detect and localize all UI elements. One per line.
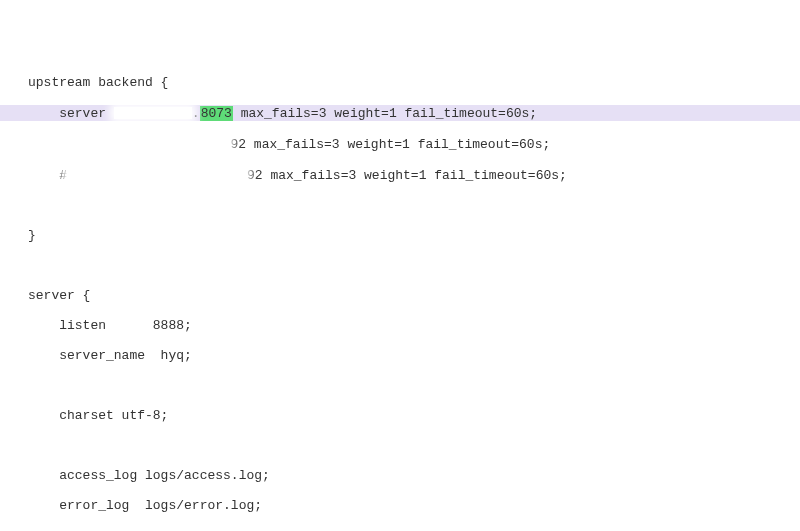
code-text: 92 max_fails=3 weight=1 fail_timeout=60s…: [247, 168, 567, 183]
code-text: charset utf-8;: [28, 408, 168, 423]
code-text: 92 max_fails=3 weight=1 fail_timeout=60s…: [230, 137, 550, 152]
code-line-highlighted: server .8073 max_fails=3 weight=1 fail_t…: [0, 105, 800, 121]
code-line: [0, 258, 800, 273]
redacted-region: [114, 107, 192, 119]
code-line: server_name hyq;: [0, 348, 800, 363]
code-line: listen 8888;: [0, 318, 800, 333]
code-text: access_log logs/access.log;: [28, 468, 270, 483]
code-text: upstream backend {: [28, 75, 168, 90]
redacted-region: [90, 138, 230, 150]
code-line: access_log logs/access.log;: [0, 468, 800, 483]
code-line: }: [0, 228, 800, 243]
code-text: .: [192, 106, 200, 121]
code-text: max_fails=3 weight=1 fail_timeout=60s;: [233, 106, 537, 121]
code-text: #: [28, 168, 67, 183]
redacted-region: [67, 169, 247, 181]
code-line: upstream backend {: [0, 75, 800, 90]
code-text: server_name hyq;: [28, 348, 192, 363]
code-text: listen 8888;: [28, 318, 192, 333]
code-text: error_log logs/error.log;: [28, 498, 262, 513]
code-line: [0, 438, 800, 453]
code-text: }: [28, 228, 36, 243]
code-text: server {: [28, 288, 90, 303]
search-match-highlight: 8073: [200, 106, 233, 121]
code-line: server {: [0, 288, 800, 303]
code-line: charset utf-8;: [0, 408, 800, 423]
code-line: 92 max_fails=3 weight=1 fail_timeout=60s…: [0, 136, 800, 152]
code-line: [0, 198, 800, 213]
code-line: #92 max_fails=3 weight=1 fail_timeout=60…: [0, 167, 800, 183]
code-line: error_log logs/error.log;: [0, 498, 800, 513]
nginx-config-code-block: upstream backend { server .8073 max_fail…: [0, 60, 800, 531]
code-line: [0, 378, 800, 393]
code-text: server: [28, 106, 114, 121]
